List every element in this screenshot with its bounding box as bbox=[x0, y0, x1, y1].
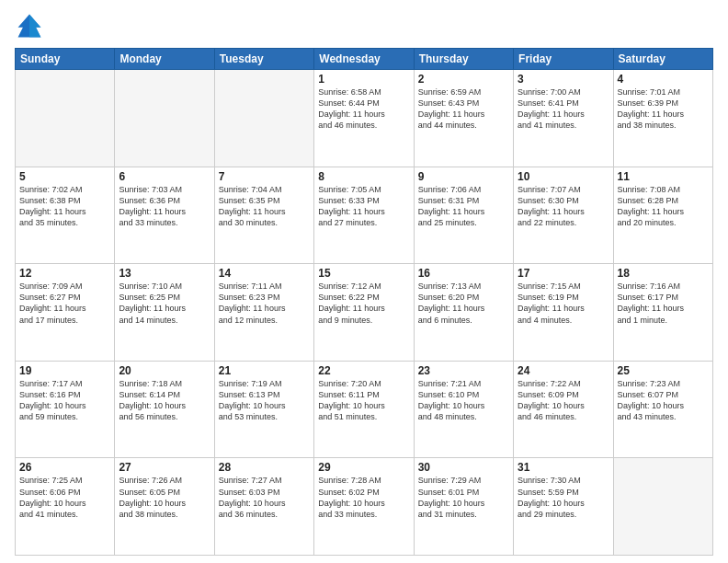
calendar-cell bbox=[214, 70, 313, 167]
week-row-1: 1Sunrise: 6:58 AM Sunset: 6:44 PM Daylig… bbox=[16, 70, 713, 167]
day-number: 7 bbox=[219, 170, 310, 183]
day-info: Sunrise: 7:29 AM Sunset: 6:01 PM Dayligh… bbox=[418, 475, 509, 520]
weekday-header-monday: Monday bbox=[115, 49, 214, 70]
calendar-cell: 5Sunrise: 7:02 AM Sunset: 6:38 PM Daylig… bbox=[16, 167, 115, 264]
calendar-cell: 20Sunrise: 7:18 AM Sunset: 6:14 PM Dayli… bbox=[115, 361, 214, 458]
day-number: 3 bbox=[518, 73, 609, 86]
day-info: Sunrise: 7:00 AM Sunset: 6:41 PM Dayligh… bbox=[518, 86, 609, 132]
day-info: Sunrise: 7:08 AM Sunset: 6:28 PM Dayligh… bbox=[618, 184, 709, 229]
day-number: 9 bbox=[418, 170, 509, 183]
svg-marker-1 bbox=[29, 15, 40, 38]
day-info: Sunrise: 7:27 AM Sunset: 6:03 PM Dayligh… bbox=[219, 475, 310, 520]
day-info: Sunrise: 7:01 AM Sunset: 6:39 PM Dayligh… bbox=[618, 86, 709, 132]
day-number: 24 bbox=[518, 364, 609, 377]
day-info: Sunrise: 7:05 AM Sunset: 6:33 PM Dayligh… bbox=[318, 184, 409, 229]
day-info: Sunrise: 7:15 AM Sunset: 6:19 PM Dayligh… bbox=[518, 281, 609, 326]
day-number: 12 bbox=[19, 267, 110, 280]
day-number: 11 bbox=[618, 170, 709, 183]
page: SundayMondayTuesdayWednesdayThursdayFrid… bbox=[0, 0, 728, 563]
day-number: 14 bbox=[219, 267, 310, 280]
day-number: 28 bbox=[219, 461, 310, 474]
week-row-2: 5Sunrise: 7:02 AM Sunset: 6:38 PM Daylig… bbox=[16, 167, 713, 264]
calendar-cell: 24Sunrise: 7:22 AM Sunset: 6:09 PM Dayli… bbox=[514, 361, 613, 458]
day-info: Sunrise: 7:07 AM Sunset: 6:30 PM Dayligh… bbox=[518, 184, 609, 229]
weekday-header-thursday: Thursday bbox=[414, 49, 513, 70]
weekday-header-row: SundayMondayTuesdayWednesdayThursdayFrid… bbox=[16, 49, 713, 70]
day-number: 22 bbox=[318, 364, 409, 377]
calendar-cell: 9Sunrise: 7:06 AM Sunset: 6:31 PM Daylig… bbox=[414, 167, 513, 264]
day-number: 31 bbox=[518, 461, 609, 474]
calendar-table: SundayMondayTuesdayWednesdayThursdayFrid… bbox=[15, 48, 713, 556]
weekday-header-friday: Friday bbox=[514, 49, 613, 70]
calendar-cell: 14Sunrise: 7:11 AM Sunset: 6:23 PM Dayli… bbox=[214, 264, 313, 362]
header bbox=[15, 11, 713, 40]
week-row-4: 19Sunrise: 7:17 AM Sunset: 6:16 PM Dayli… bbox=[16, 361, 713, 458]
day-number: 20 bbox=[119, 364, 210, 377]
day-info: Sunrise: 7:21 AM Sunset: 6:10 PM Dayligh… bbox=[418, 378, 509, 423]
day-number: 17 bbox=[518, 267, 609, 280]
day-number: 8 bbox=[318, 170, 409, 183]
calendar-cell: 3Sunrise: 7:00 AM Sunset: 6:41 PM Daylig… bbox=[514, 70, 613, 167]
calendar-cell: 7Sunrise: 7:04 AM Sunset: 6:35 PM Daylig… bbox=[214, 167, 313, 264]
day-info: Sunrise: 7:19 AM Sunset: 6:13 PM Dayligh… bbox=[219, 378, 310, 423]
calendar-cell: 11Sunrise: 7:08 AM Sunset: 6:28 PM Dayli… bbox=[613, 167, 712, 264]
day-number: 30 bbox=[418, 461, 509, 474]
day-info: Sunrise: 7:18 AM Sunset: 6:14 PM Dayligh… bbox=[119, 378, 210, 423]
day-number: 10 bbox=[518, 170, 609, 183]
day-info: Sunrise: 7:10 AM Sunset: 6:25 PM Dayligh… bbox=[119, 281, 210, 326]
day-number: 6 bbox=[119, 170, 210, 183]
day-number: 18 bbox=[618, 267, 709, 280]
calendar-cell: 10Sunrise: 7:07 AM Sunset: 6:30 PM Dayli… bbox=[514, 167, 613, 264]
calendar-cell: 22Sunrise: 7:20 AM Sunset: 6:11 PM Dayli… bbox=[314, 361, 414, 458]
weekday-header-wednesday: Wednesday bbox=[314, 49, 414, 70]
calendar-cell: 2Sunrise: 6:59 AM Sunset: 6:43 PM Daylig… bbox=[414, 70, 513, 167]
calendar-cell: 26Sunrise: 7:25 AM Sunset: 6:06 PM Dayli… bbox=[16, 458, 115, 556]
day-info: Sunrise: 7:23 AM Sunset: 6:07 PM Dayligh… bbox=[618, 378, 709, 423]
week-row-5: 26Sunrise: 7:25 AM Sunset: 6:06 PM Dayli… bbox=[16, 458, 713, 556]
day-info: Sunrise: 7:25 AM Sunset: 6:06 PM Dayligh… bbox=[19, 475, 110, 520]
day-number: 1 bbox=[318, 73, 409, 86]
day-info: Sunrise: 7:28 AM Sunset: 6:02 PM Dayligh… bbox=[318, 475, 409, 520]
calendar-cell bbox=[16, 70, 115, 167]
day-info: Sunrise: 7:09 AM Sunset: 6:27 PM Dayligh… bbox=[19, 281, 110, 326]
day-info: Sunrise: 7:16 AM Sunset: 6:17 PM Dayligh… bbox=[618, 281, 709, 326]
day-info: Sunrise: 7:04 AM Sunset: 6:35 PM Dayligh… bbox=[219, 184, 310, 229]
calendar-cell: 30Sunrise: 7:29 AM Sunset: 6:01 PM Dayli… bbox=[414, 458, 513, 556]
calendar-cell: 16Sunrise: 7:13 AM Sunset: 6:20 PM Dayli… bbox=[414, 264, 513, 362]
day-number: 4 bbox=[618, 73, 709, 86]
calendar-cell bbox=[115, 70, 214, 167]
day-info: Sunrise: 7:13 AM Sunset: 6:20 PM Dayligh… bbox=[418, 281, 509, 326]
logo bbox=[15, 11, 48, 40]
weekday-header-sunday: Sunday bbox=[16, 49, 115, 70]
day-info: Sunrise: 7:17 AM Sunset: 6:16 PM Dayligh… bbox=[19, 378, 110, 423]
day-number: 13 bbox=[119, 267, 210, 280]
day-number: 29 bbox=[318, 461, 409, 474]
day-info: Sunrise: 7:26 AM Sunset: 6:05 PM Dayligh… bbox=[119, 475, 210, 520]
day-info: Sunrise: 7:12 AM Sunset: 6:22 PM Dayligh… bbox=[318, 281, 409, 326]
calendar-cell: 13Sunrise: 7:10 AM Sunset: 6:25 PM Dayli… bbox=[115, 264, 214, 362]
day-info: Sunrise: 7:20 AM Sunset: 6:11 PM Dayligh… bbox=[318, 378, 409, 423]
calendar-cell: 4Sunrise: 7:01 AM Sunset: 6:39 PM Daylig… bbox=[613, 70, 712, 167]
day-info: Sunrise: 7:06 AM Sunset: 6:31 PM Dayligh… bbox=[418, 184, 509, 229]
calendar-cell: 17Sunrise: 7:15 AM Sunset: 6:19 PM Dayli… bbox=[514, 264, 613, 362]
weekday-header-saturday: Saturday bbox=[613, 49, 712, 70]
week-row-3: 12Sunrise: 7:09 AM Sunset: 6:27 PM Dayli… bbox=[16, 264, 713, 362]
day-number: 15 bbox=[318, 267, 409, 280]
calendar-cell: 28Sunrise: 7:27 AM Sunset: 6:03 PM Dayli… bbox=[214, 458, 313, 556]
day-number: 2 bbox=[418, 73, 509, 86]
day-number: 25 bbox=[618, 364, 709, 377]
calendar-cell: 21Sunrise: 7:19 AM Sunset: 6:13 PM Dayli… bbox=[214, 361, 313, 458]
calendar-cell: 25Sunrise: 7:23 AM Sunset: 6:07 PM Dayli… bbox=[613, 361, 712, 458]
day-number: 19 bbox=[19, 364, 110, 377]
logo-icon bbox=[15, 11, 44, 40]
day-number: 27 bbox=[119, 461, 210, 474]
day-info: Sunrise: 7:03 AM Sunset: 6:36 PM Dayligh… bbox=[119, 184, 210, 229]
calendar-cell: 29Sunrise: 7:28 AM Sunset: 6:02 PM Dayli… bbox=[314, 458, 414, 556]
weekday-header-tuesday: Tuesday bbox=[214, 49, 313, 70]
day-number: 21 bbox=[219, 364, 310, 377]
calendar-cell: 15Sunrise: 7:12 AM Sunset: 6:22 PM Dayli… bbox=[314, 264, 414, 362]
day-info: Sunrise: 7:11 AM Sunset: 6:23 PM Dayligh… bbox=[219, 281, 310, 326]
calendar-cell: 23Sunrise: 7:21 AM Sunset: 6:10 PM Dayli… bbox=[414, 361, 513, 458]
day-number: 16 bbox=[418, 267, 509, 280]
day-number: 23 bbox=[418, 364, 509, 377]
